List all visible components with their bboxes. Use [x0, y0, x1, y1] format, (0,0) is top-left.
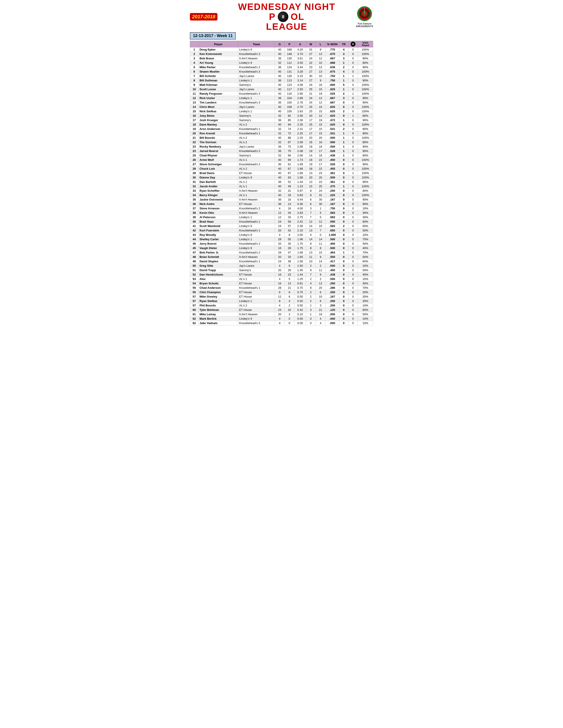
table-row: 61Mike LemayIt Ain't Heaven2020.10119.05… — [190, 312, 373, 317]
table-row: 34Barry KlingerAL's 140330.83931.2250010… — [190, 193, 373, 197]
year-badge: 2017-2018 — [190, 13, 217, 21]
table-row: 33Ryan SchefflerIt Ain't Heaven32310.978… — [190, 189, 373, 193]
table-row: 57Mike GreeleyET House1260.50210.1670030… — [190, 295, 373, 299]
table-row: 40Brad HaasKnucklehead's 124582.421212.5… — [190, 220, 373, 224]
table-row: 20Ron ArendtKnucklehead's 132722.251715.… — [190, 131, 373, 136]
page-header: 2017-2018 WEDNESDAY NIGHT P 8 OL LEAGUE … — [190, 2, 373, 31]
col-player: Player — [198, 41, 238, 47]
table-row: 22Tim GormanAL's 232672.091616.5001080% — [190, 140, 373, 144]
table-row: 44Shelley CarterLindey's 128551.961414.5… — [190, 237, 373, 242]
table-row: 30Dianne DayLindey's 940631.582020.50000… — [190, 175, 373, 180]
table-row: 50Greg SitteJay's Lanes461.5022.5000010% — [190, 264, 373, 268]
table-row: 18Dave ManleyAL's 240942.352515.62500100… — [190, 122, 373, 127]
table-row: 62Jake VadnaisKnucklehead's 3400.0004.00… — [190, 321, 373, 325]
table-row: 16Joey BelesSammy's32822.562012.6250180% — [190, 114, 373, 118]
table-row: 25Chad RhynerSammy's32662.061418.4381080… — [190, 153, 373, 158]
table-row: 28Brad DavisET House40671.681323.3610110… — [190, 171, 373, 175]
table-row: 23Rocky NewburyJay's Lanes36752.081818.5… — [190, 144, 373, 149]
col-l: L — [316, 41, 326, 47]
standings-table: Player Team G P A W L % WON TR 8 %%% Pla… — [190, 41, 373, 325]
table-row: 9Matt KitzmanSammy's401233.082416.600501… — [190, 83, 373, 87]
table-row: 45Vaugh DieterLindey's 916281.7588.50000… — [190, 246, 373, 250]
table-row: 15Nick SiefkasLindey's 1401052.632515.62… — [190, 109, 373, 114]
title-line2: P 8 OL — [217, 11, 356, 22]
table-row: 39Al PetersonLindey's 112332.7575.583003… — [190, 215, 373, 220]
table-row: 55Clint ChampionET House860.7526.2500020… — [190, 290, 373, 295]
col-eight: 8 — [349, 41, 358, 47]
title-line3: LEAGUE — [217, 22, 356, 31]
title-line1: WEDNESDAY NIGHT — [217, 2, 356, 11]
table-row: 41Scott WamboldLindey's 924572.381410.58… — [190, 224, 373, 228]
table-row: 57Ryan SiefkasLindey's 1840.5026.2500020… — [190, 299, 373, 303]
table-row: 48Brian SchmidtIt Ain't Heaven20331.6511… — [190, 255, 373, 259]
table-row: 38Kevin OttoIt Ain't Heaven12342.8375.58… — [190, 211, 373, 215]
col-a: A — [294, 41, 306, 47]
table-row: 6Shawn MuellerKnucklehead's 3401313.2827… — [190, 69, 373, 74]
table-row: 11Randy FergusonKnucklehead's 3401162.90… — [190, 92, 373, 96]
table-row: 62Mark BerlickLindey's 9400.0004.0000010… — [190, 317, 373, 321]
table-row: 13Tim LandersKnucklehead's 3361002.78241… — [190, 100, 373, 105]
table-row: 7Bill SchmitzJay's Lanes401263.153010.75… — [190, 74, 373, 78]
col-rank — [190, 41, 199, 47]
eight-ball-header-icon: 8 — [351, 42, 356, 47]
table-row: 47Bob Parker Jr.Knucklehead's 228471.681… — [190, 250, 373, 255]
title-area: WEDNESDAY NIGHT P 8 OL LEAGUE — [217, 2, 356, 31]
col-w: W — [306, 41, 316, 47]
logo-text: Tom Sawyer AMUSEMENTS — [356, 22, 373, 28]
col-pct: % WON — [326, 41, 339, 47]
table-row: 8Bill GuthmanLindey's 1361133.14279.7501… — [190, 78, 373, 83]
table-row: 60Tyler BehlmanET House24100.42321.12500… — [190, 308, 373, 312]
table-row: 17Josh KruegerSammy's36852.361719.472109… — [190, 118, 373, 122]
col-tr: TR — [339, 41, 348, 47]
col-p: P — [285, 41, 294, 47]
table-row: 26Arnie WulfAL's 140691.731822.45000100% — [190, 158, 373, 162]
table-row: 1Doug EpkerLindey's 9401684.20319.775401… — [190, 47, 373, 52]
table-row: 27Steve SchneigerKnucklehead's 236611.69… — [190, 162, 373, 167]
table-row: 45Jerry BoerstKnucklehead's 220351.75911… — [190, 242, 373, 246]
table-row: 14Chris WestJay's Lanes401082.702515.625… — [190, 105, 373, 109]
dartboard-icon — [357, 6, 372, 21]
table-row: 51David TrappSammy's20291.45911.4500050% — [190, 268, 373, 272]
table-row: 31Dan BarfothAL's 136521.441323.3610090% — [190, 180, 373, 184]
col-played: %%% Played — [358, 41, 373, 47]
table-row: 36Nick AndreET House36130.36630.1670090% — [190, 202, 373, 206]
table-row: 4Art YoungLindey's 9321123.502210.688108… — [190, 61, 373, 65]
table-row: 37Steve ArnesonKnucklehead's 24164.0031.… — [190, 206, 373, 211]
table-row: 57Phil BourdoAL's 2420.5013.2500010% — [190, 303, 373, 308]
table-row: 55Chad AndersonKnucklehead's 128210.7582… — [190, 286, 373, 290]
table-body: 1Doug EpkerLindey's 9401684.20319.775401… — [190, 47, 373, 325]
table-row: 52Dan HendricksonET House16231.4479.4380… — [190, 272, 373, 277]
table-row: 54Bryan SchultzET House16130.81412.25000… — [190, 281, 373, 286]
table-row: 23Jarred BoerstKnucklehead's 236752.0819… — [190, 149, 373, 153]
table-row: 32Jacob AndlerAL's 140491.231525.3751010… — [190, 184, 373, 189]
title-ol: OL — [291, 12, 304, 21]
table-row: 53AlexAL's 1451.2522.5000010% — [190, 277, 373, 281]
eight-ball-icon: 8 — [278, 11, 289, 22]
col-g: G — [275, 41, 285, 47]
table-row: 42Kurt FuersteinKnucklehead's 120422.101… — [190, 228, 373, 233]
table-row: 5Mike ParkerKnucklehead's 2361243.442313… — [190, 65, 373, 69]
table-row: 49David StaplesKnucklehead's 124381.5810… — [190, 259, 373, 264]
table-header-row: Player Team G P A W L % WON TR 8 %%% Pla… — [190, 41, 373, 47]
table-row: 12Rick UszlerLindey's 1361042.892412.667… — [190, 96, 373, 100]
col-team: Team — [238, 41, 275, 47]
title-pool: P — [269, 12, 275, 21]
table-row: 2Ken KolonowskiKnucklehead's 3401483.702… — [190, 52, 373, 56]
table-row: 28Chuck LoisAL's 240671.681822.45000100% — [190, 167, 373, 171]
logo-area: Tom Sawyer AMUSEMENTS — [356, 6, 373, 28]
table-row: 43Roy WoodlyLindey's 9482.00401.0000010% — [190, 233, 373, 237]
table-row: 10Scott LooseJay's Lanes401172.932515.62… — [190, 87, 373, 92]
table-row: 3Bob BraunIt Ain't Heaven361303.612412.6… — [190, 56, 373, 61]
week-badge: 12-13-2017 - Week 11 — [190, 32, 373, 41]
table-row: 21Bill BourdoAL's 240882.202020.50010100… — [190, 136, 373, 140]
table-row: 19Aron AndersonKnucklehead's 132742.3117… — [190, 127, 373, 131]
table-row: 35Jackie OstrowskiIt Ain't Heaven36160.4… — [190, 197, 373, 202]
